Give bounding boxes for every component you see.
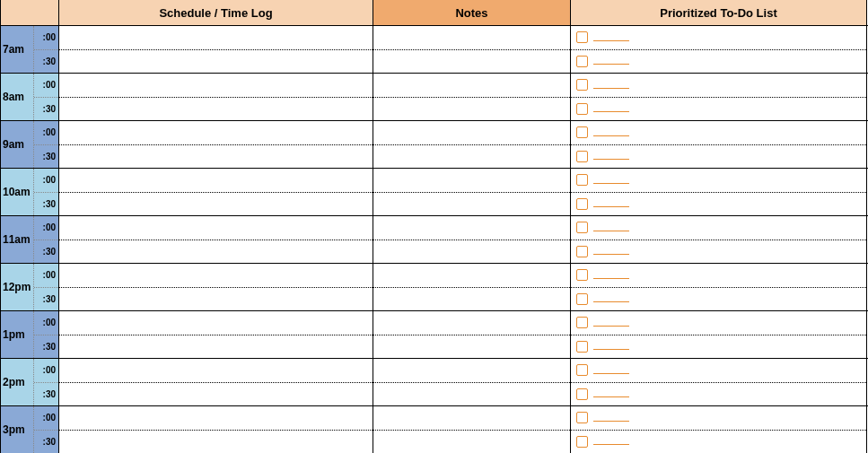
schedule-slot[interactable] — [59, 98, 373, 121]
schedule-slot[interactable] — [59, 383, 373, 406]
todo-item[interactable] — [571, 359, 866, 383]
todo-item[interactable] — [571, 335, 866, 359]
notes-slot[interactable] — [373, 359, 570, 383]
header-notes: Notes — [373, 0, 571, 25]
todo-item[interactable] — [571, 145, 866, 169]
half-hour-label-bottom: :30 — [34, 335, 58, 359]
checkbox-icon[interactable] — [576, 31, 588, 43]
notes-slot[interactable] — [373, 383, 570, 406]
schedule-cell — [59, 216, 373, 263]
todo-item[interactable] — [571, 74, 866, 98]
schedule-slot[interactable] — [59, 359, 373, 383]
checkbox-icon[interactable] — [576, 364, 588, 376]
checkbox-icon[interactable] — [576, 198, 588, 210]
todo-underline — [593, 325, 629, 327]
checkbox-icon[interactable] — [576, 56, 588, 67]
schedule-slot[interactable] — [59, 431, 373, 454]
notes-slot[interactable] — [373, 50, 570, 74]
notes-slot[interactable] — [373, 145, 570, 169]
notes-slot[interactable] — [373, 98, 570, 121]
hour-row: 3pm:00:30 — [0, 406, 868, 453]
checkbox-icon[interactable] — [576, 103, 588, 115]
notes-slot[interactable] — [373, 311, 570, 335]
schedule-slot[interactable] — [59, 50, 373, 74]
checkbox-icon[interactable] — [576, 126, 588, 138]
hour-row: 11am:00:30 — [0, 216, 868, 264]
hour-row: 7am:00:30 — [0, 26, 868, 74]
notes-slot[interactable] — [373, 169, 570, 193]
schedule-slot[interactable] — [59, 26, 373, 50]
notes-slot[interactable] — [373, 264, 570, 288]
todo-cell — [571, 74, 867, 120]
notes-slot[interactable] — [373, 26, 570, 50]
todo-item[interactable] — [571, 50, 866, 74]
todo-underline — [593, 182, 629, 184]
todo-underline — [593, 348, 629, 350]
todo-cell — [571, 169, 867, 215]
checkbox-icon[interactable] — [576, 317, 588, 328]
header-time-column — [0, 0, 59, 25]
schedule-slot[interactable] — [59, 121, 373, 145]
half-hour-label-top: :00 — [34, 121, 58, 145]
schedule-slot[interactable] — [59, 335, 373, 359]
todo-underline — [593, 230, 629, 231]
checkbox-icon[interactable] — [576, 222, 588, 233]
todo-underline — [593, 372, 629, 374]
half-hour-label-top: :00 — [34, 74, 58, 98]
notes-slot[interactable] — [373, 240, 570, 264]
schedule-slot[interactable] — [59, 193, 373, 216]
checkbox-icon[interactable] — [576, 269, 588, 281]
checkbox-icon[interactable] — [576, 293, 588, 305]
todo-item[interactable] — [571, 288, 866, 311]
schedule-cell — [59, 264, 373, 310]
notes-slot[interactable] — [373, 288, 570, 311]
todo-underline — [593, 87, 629, 89]
todo-underline — [593, 205, 629, 207]
schedule-slot[interactable] — [59, 311, 373, 335]
checkbox-icon[interactable] — [576, 436, 588, 448]
schedule-slot[interactable] — [59, 145, 373, 169]
notes-slot[interactable] — [373, 431, 570, 454]
todo-item[interactable] — [571, 240, 866, 264]
schedule-slot[interactable] — [59, 288, 373, 311]
todo-item[interactable] — [571, 264, 866, 288]
todo-item[interactable] — [571, 216, 866, 240]
notes-cell — [373, 311, 571, 358]
todo-item[interactable] — [571, 311, 866, 335]
notes-slot[interactable] — [373, 193, 570, 216]
half-hour-column: :00:30 — [34, 74, 59, 120]
todo-item[interactable] — [571, 169, 866, 193]
todo-item[interactable] — [571, 406, 866, 431]
notes-slot[interactable] — [373, 335, 570, 359]
todo-item[interactable] — [571, 193, 866, 216]
checkbox-icon[interactable] — [576, 174, 588, 186]
todo-item[interactable] — [571, 98, 866, 121]
todo-item[interactable] — [571, 26, 866, 50]
notes-cell — [373, 169, 571, 215]
notes-cell — [373, 359, 571, 405]
schedule-slot[interactable] — [59, 74, 373, 98]
checkbox-icon[interactable] — [576, 341, 588, 353]
hour-label: 11am — [0, 216, 34, 263]
checkbox-icon[interactable] — [576, 79, 588, 91]
checkbox-icon[interactable] — [576, 151, 588, 162]
schedule-slot[interactable] — [59, 264, 373, 288]
todo-item[interactable] — [571, 121, 866, 145]
checkbox-icon[interactable] — [576, 246, 588, 257]
todo-item[interactable] — [571, 431, 866, 454]
schedule-slot[interactable] — [59, 240, 373, 264]
checkbox-icon[interactable] — [576, 388, 588, 400]
half-hour-column: :00:30 — [34, 121, 59, 168]
schedule-slot[interactable] — [59, 406, 373, 431]
notes-slot[interactable] — [373, 121, 570, 145]
half-hour-label-bottom: :30 — [34, 288, 58, 311]
schedule-slot[interactable] — [59, 169, 373, 193]
todo-item[interactable] — [571, 383, 866, 406]
half-hour-label-bottom: :30 — [34, 193, 58, 216]
todo-underline — [593, 420, 629, 422]
schedule-slot[interactable] — [59, 216, 373, 240]
checkbox-icon[interactable] — [576, 412, 588, 423]
notes-slot[interactable] — [373, 74, 570, 98]
notes-slot[interactable] — [373, 406, 570, 431]
notes-slot[interactable] — [373, 216, 570, 240]
